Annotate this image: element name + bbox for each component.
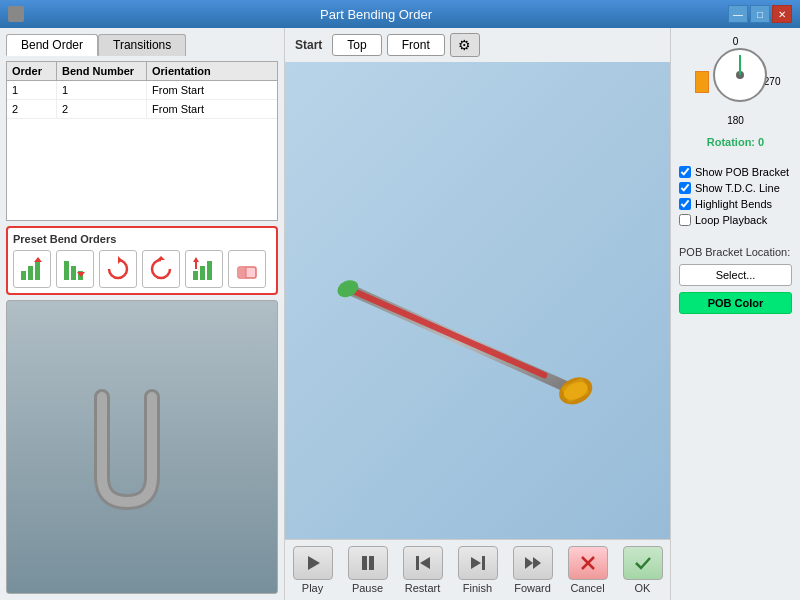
title-bar: Part Bending Order — □ ✕ <box>0 0 800 28</box>
ok-icon <box>623 546 663 580</box>
cell-bend-2: 2 <box>57 100 147 118</box>
finish-icon <box>458 546 498 580</box>
viewport-header: Start Top Front ⚙ <box>285 28 670 62</box>
show-pob-label: Show POB Bracket <box>695 166 789 178</box>
svg-marker-28 <box>420 557 430 569</box>
pob-color-button[interactable]: POB Color <box>679 292 792 314</box>
preset-button-5[interactable] <box>185 250 223 288</box>
forward-icon <box>513 546 553 580</box>
preset-button-4[interactable] <box>142 250 180 288</box>
loop-playback-label: Loop Playback <box>695 214 767 226</box>
top-view-button[interactable]: Top <box>332 34 381 56</box>
highlight-bends-label: Highlight Bends <box>695 198 772 210</box>
show-pob-input[interactable] <box>679 166 691 178</box>
svg-marker-14 <box>193 257 199 262</box>
cell-order-1: 1 <box>7 81 57 99</box>
header-orientation: Orientation <box>147 62 257 80</box>
restart-button[interactable]: Restart <box>403 546 443 594</box>
svg-rect-4 <box>64 261 69 280</box>
svg-line-19 <box>348 289 544 375</box>
viewport-settings-button[interactable]: ⚙ <box>450 33 480 57</box>
svg-rect-27 <box>416 556 419 570</box>
app-icon <box>8 6 24 22</box>
left-panel: Bend Order Transitions Order Bend Number… <box>0 28 285 600</box>
loop-playback-checkbox[interactable]: Loop Playback <box>679 214 792 226</box>
svg-rect-12 <box>207 261 212 280</box>
play-button[interactable]: Play <box>293 546 333 594</box>
restart-label: Restart <box>405 582 440 594</box>
pause-button[interactable]: Pause <box>348 546 388 594</box>
center-panel: Start Top Front ⚙ <box>285 28 670 600</box>
svg-rect-16 <box>238 267 246 278</box>
pob-bracket-label: POB Bracket Location: <box>679 246 792 258</box>
table-header: Order Bend Number Orientation <box>7 62 277 81</box>
table-row[interactable]: 2 2 From Start <box>7 100 277 119</box>
tab-transitions[interactable]: Transitions <box>98 34 186 56</box>
3d-viewport[interactable] <box>285 62 670 539</box>
table-row[interactable]: 1 1 From Start <box>7 81 277 100</box>
bend-order-table: Order Bend Number Orientation 1 1 From S… <box>6 61 278 221</box>
svg-rect-5 <box>71 266 76 280</box>
rotation-dial: 0 270 180 <box>679 36 792 126</box>
playback-controls: Play Pause Restart <box>285 539 670 600</box>
part-preview <box>6 300 278 594</box>
finish-button[interactable]: Finish <box>458 546 498 594</box>
maximize-button[interactable]: □ <box>750 5 770 23</box>
pause-label: Pause <box>352 582 383 594</box>
cell-order-2: 2 <box>7 100 57 118</box>
options-checkboxes: Show POB Bracket Show T.D.C. Line Highli… <box>679 166 792 226</box>
preset-button-6[interactable] <box>228 250 266 288</box>
highlight-bends-checkbox[interactable]: Highlight Bends <box>679 198 792 210</box>
cancel-label: Cancel <box>570 582 604 594</box>
show-pob-checkbox[interactable]: Show POB Bracket <box>679 166 792 178</box>
preset-button-2[interactable] <box>56 250 94 288</box>
svg-rect-10 <box>193 271 198 280</box>
svg-rect-25 <box>362 556 367 570</box>
main-content: Bend Order Transitions Order Bend Number… <box>0 28 800 600</box>
dial-bottom-label: 180 <box>727 115 744 126</box>
svg-marker-31 <box>525 557 533 569</box>
close-button[interactable]: ✕ <box>772 5 792 23</box>
cancel-button[interactable]: Cancel <box>568 546 608 594</box>
show-tdc-label: Show T.D.C. Line <box>695 182 780 194</box>
tab-bend-order[interactable]: Bend Order <box>6 34 98 56</box>
finish-label: Finish <box>463 582 492 594</box>
cell-orientation-2: From Start <box>147 100 257 118</box>
cancel-icon <box>568 546 608 580</box>
right-panel: 0 270 180 Rotation: 0 Show POB Bracket <box>670 28 800 600</box>
svg-rect-0 <box>21 271 26 280</box>
ok-button[interactable]: OK <box>623 546 663 594</box>
preset-button-3[interactable] <box>99 250 137 288</box>
preset-bend-orders: Preset Bend Orders <box>6 226 278 295</box>
svg-marker-8 <box>118 256 122 264</box>
highlight-bends-input[interactable] <box>679 198 691 210</box>
play-icon <box>293 546 333 580</box>
preset-button-1[interactable] <box>13 250 51 288</box>
front-view-button[interactable]: Front <box>387 34 445 56</box>
preset-label: Preset Bend Orders <box>13 233 271 245</box>
restart-icon <box>403 546 443 580</box>
show-tdc-input[interactable] <box>679 182 691 194</box>
minimize-button[interactable]: — <box>728 5 748 23</box>
forward-label: Foward <box>514 582 551 594</box>
play-label: Play <box>302 582 323 594</box>
select-button[interactable]: Select... <box>679 264 792 286</box>
show-tdc-checkbox[interactable]: Show T.D.C. Line <box>679 182 792 194</box>
svg-marker-32 <box>533 557 541 569</box>
window-title: Part Bending Order <box>24 7 728 22</box>
rotation-value: Rotation: 0 <box>679 136 792 148</box>
svg-marker-9 <box>157 256 165 260</box>
svg-rect-11 <box>200 266 205 280</box>
tab-container: Bend Order Transitions <box>6 34 278 56</box>
svg-rect-26 <box>369 556 374 570</box>
start-label: Start <box>295 38 322 52</box>
window-controls: — □ ✕ <box>728 5 792 23</box>
svg-marker-24 <box>308 556 320 570</box>
svg-rect-30 <box>482 556 485 570</box>
pause-icon <box>348 546 388 580</box>
forward-button[interactable]: Foward <box>513 546 553 594</box>
dial-needle <box>739 55 741 75</box>
loop-playback-input[interactable] <box>679 214 691 226</box>
dial-circle[interactable] <box>713 48 767 102</box>
preset-buttons <box>13 250 271 288</box>
